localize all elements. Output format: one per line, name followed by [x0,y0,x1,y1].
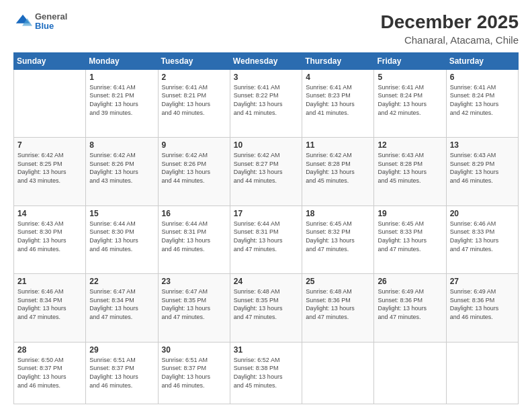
calendar-cell: 18Sunrise: 6:45 AM Sunset: 8:32 PM Dayli… [302,205,374,273]
day-info: Sunrise: 6:49 AM Sunset: 8:36 PM Dayligh… [450,287,515,321]
day-info: Sunrise: 6:41 AM Sunset: 8:22 PM Dayligh… [234,83,298,117]
logo-blue: Blue [35,21,67,31]
day-info: Sunrise: 6:43 AM Sunset: 8:28 PM Dayligh… [378,151,442,185]
calendar-cell: 10Sunrise: 6:42 AM Sunset: 8:27 PM Dayli… [230,138,302,205]
day-info: Sunrise: 6:48 AM Sunset: 8:35 PM Dayligh… [234,287,298,321]
day-number: 13 [450,140,515,150]
day-number: 27 [450,277,515,286]
day-number: 31 [234,345,298,355]
day-info: Sunrise: 6:41 AM Sunset: 8:24 PM Dayligh… [378,83,442,117]
calendar-cell: 17Sunrise: 6:44 AM Sunset: 8:31 PM Dayli… [230,205,302,273]
calendar-header: SundayMondayTuesdayWednesdayThursdayFrid… [14,52,519,69]
day-info: Sunrise: 6:49 AM Sunset: 8:36 PM Dayligh… [378,287,442,321]
day-number: 29 [89,345,154,355]
day-number: 24 [234,277,298,286]
day-info: Sunrise: 6:42 AM Sunset: 8:28 PM Dayligh… [306,151,370,185]
day-info: Sunrise: 6:41 AM Sunset: 8:23 PM Dayligh… [306,83,370,117]
day-number: 16 [162,209,226,218]
day-info: Sunrise: 6:44 AM Sunset: 8:31 PM Dayligh… [162,220,226,253]
header: General Blue December 2025 Chanaral, Ata… [13,12,519,46]
day-info: Sunrise: 6:41 AM Sunset: 8:24 PM Dayligh… [450,83,515,117]
calendar-cell: 6Sunrise: 6:41 AM Sunset: 8:24 PM Daylig… [446,69,518,137]
day-info: Sunrise: 6:52 AM Sunset: 8:38 PM Dayligh… [234,356,298,390]
calendar-cell: 26Sunrise: 6:49 AM Sunset: 8:36 PM Dayli… [374,274,446,342]
calendar-cell: 31Sunrise: 6:52 AM Sunset: 8:38 PM Dayli… [230,342,302,404]
calendar-cell: 23Sunrise: 6:47 AM Sunset: 8:35 PM Dayli… [158,274,230,342]
calendar-cell: 15Sunrise: 6:44 AM Sunset: 8:30 PM Dayli… [86,205,158,273]
calendar-cell [14,69,86,137]
day-number: 17 [234,209,298,218]
logo: General Blue [13,12,67,32]
day-info: Sunrise: 6:45 AM Sunset: 8:32 PM Dayligh… [306,220,370,253]
calendar-cell: 2Sunrise: 6:41 AM Sunset: 8:21 PM Daylig… [158,69,230,137]
calendar-week-4: 21Sunrise: 6:46 AM Sunset: 8:34 PM Dayli… [14,274,519,342]
day-info: Sunrise: 6:47 AM Sunset: 8:35 PM Dayligh… [162,287,226,321]
day-number: 9 [162,140,226,150]
calendar-cell: 3Sunrise: 6:41 AM Sunset: 8:22 PM Daylig… [230,69,302,137]
calendar-cell [374,342,446,404]
day-info: Sunrise: 6:44 AM Sunset: 8:30 PM Dayligh… [89,220,154,253]
calendar-week-5: 28Sunrise: 6:50 AM Sunset: 8:37 PM Dayli… [14,342,519,404]
day-info: Sunrise: 6:48 AM Sunset: 8:36 PM Dayligh… [306,287,370,321]
day-number: 10 [234,140,298,150]
page-subtitle: Chanaral, Atacama, Chile [381,34,519,46]
calendar-cell: 20Sunrise: 6:46 AM Sunset: 8:33 PM Dayli… [446,205,518,273]
day-info: Sunrise: 6:41 AM Sunset: 8:21 PM Dayligh… [89,83,154,117]
day-info: Sunrise: 6:42 AM Sunset: 8:25 PM Dayligh… [17,151,82,185]
logo-general: General [35,12,67,21]
calendar-cell [302,342,374,404]
calendar-cell: 7Sunrise: 6:42 AM Sunset: 8:25 PM Daylig… [14,138,86,205]
calendar-cell [446,342,518,404]
calendar-week-1: 1Sunrise: 6:41 AM Sunset: 8:21 PM Daylig… [14,69,519,137]
day-number: 22 [89,277,154,286]
calendar-body: 1Sunrise: 6:41 AM Sunset: 8:21 PM Daylig… [14,69,519,404]
day-number: 14 [17,209,82,218]
calendar-cell: 13Sunrise: 6:43 AM Sunset: 8:29 PM Dayli… [446,138,518,205]
day-number: 25 [306,277,370,286]
calendar-week-2: 7Sunrise: 6:42 AM Sunset: 8:25 PM Daylig… [14,138,519,205]
day-number: 23 [162,277,226,286]
day-number: 19 [378,209,442,218]
day-number: 18 [306,209,370,218]
calendar-cell: 1Sunrise: 6:41 AM Sunset: 8:21 PM Daylig… [86,69,158,137]
day-info: Sunrise: 6:47 AM Sunset: 8:34 PM Dayligh… [89,287,154,321]
calendar-cell: 5Sunrise: 6:41 AM Sunset: 8:24 PM Daylig… [374,69,446,137]
day-number: 1 [89,73,154,82]
column-header-saturday: Saturday [446,52,518,69]
calendar-cell: 21Sunrise: 6:46 AM Sunset: 8:34 PM Dayli… [14,274,86,342]
header-row: SundayMondayTuesdayWednesdayThursdayFrid… [14,52,519,69]
day-number: 5 [378,73,442,82]
day-info: Sunrise: 6:42 AM Sunset: 8:26 PM Dayligh… [162,151,226,185]
day-number: 30 [162,345,226,355]
day-info: Sunrise: 6:43 AM Sunset: 8:30 PM Dayligh… [17,220,82,253]
day-info: Sunrise: 6:46 AM Sunset: 8:34 PM Dayligh… [17,287,82,321]
day-number: 2 [162,73,226,82]
day-info: Sunrise: 6:51 AM Sunset: 8:37 PM Dayligh… [89,356,154,390]
calendar-cell: 14Sunrise: 6:43 AM Sunset: 8:30 PM Dayli… [14,205,86,273]
day-number: 11 [306,140,370,150]
calendar-cell: 27Sunrise: 6:49 AM Sunset: 8:36 PM Dayli… [446,274,518,342]
day-info: Sunrise: 6:44 AM Sunset: 8:31 PM Dayligh… [234,220,298,253]
logo-icon [13,12,32,31]
calendar-cell: 11Sunrise: 6:42 AM Sunset: 8:28 PM Dayli… [302,138,374,205]
day-number: 4 [306,73,370,82]
calendar-cell: 22Sunrise: 6:47 AM Sunset: 8:34 PM Dayli… [86,274,158,342]
day-info: Sunrise: 6:46 AM Sunset: 8:33 PM Dayligh… [450,220,515,253]
column-header-wednesday: Wednesday [230,52,302,69]
calendar-cell: 24Sunrise: 6:48 AM Sunset: 8:35 PM Dayli… [230,274,302,342]
calendar-week-3: 14Sunrise: 6:43 AM Sunset: 8:30 PM Dayli… [14,205,519,273]
day-number: 12 [378,140,442,150]
logo-text: General Blue [35,12,67,32]
column-header-monday: Monday [86,52,158,69]
calendar-cell: 25Sunrise: 6:48 AM Sunset: 8:36 PM Dayli… [302,274,374,342]
calendar-cell: 16Sunrise: 6:44 AM Sunset: 8:31 PM Dayli… [158,205,230,273]
page-title: December 2025 [381,12,519,33]
day-number: 8 [89,140,154,150]
day-info: Sunrise: 6:42 AM Sunset: 8:26 PM Dayligh… [89,151,154,185]
day-number: 7 [17,140,82,150]
calendar-cell: 19Sunrise: 6:45 AM Sunset: 8:33 PM Dayli… [374,205,446,273]
calendar-cell: 9Sunrise: 6:42 AM Sunset: 8:26 PM Daylig… [158,138,230,205]
page: General Blue December 2025 Chanaral, Ata… [0,0,532,411]
column-header-sunday: Sunday [14,52,86,69]
title-block: December 2025 Chanaral, Atacama, Chile [381,12,519,46]
